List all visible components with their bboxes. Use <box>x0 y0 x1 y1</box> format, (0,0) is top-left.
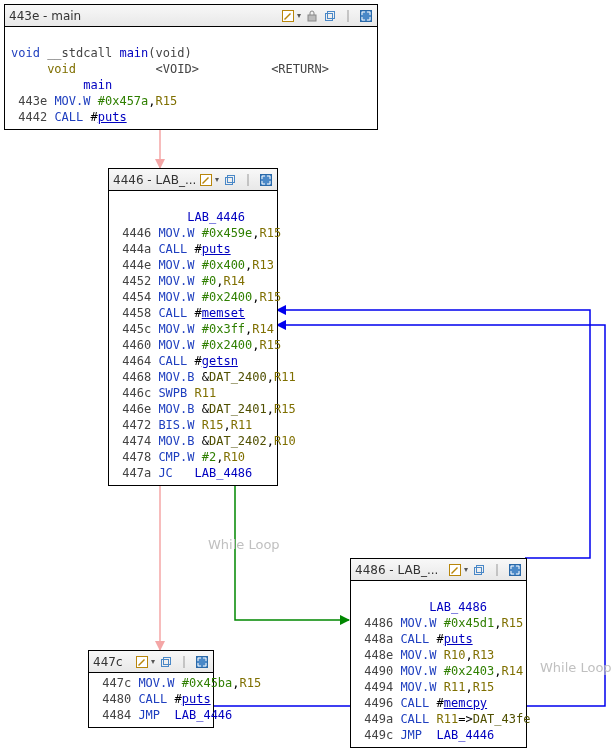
titlebar-icons: ▾ <box>199 173 273 187</box>
divider-icon <box>177 655 191 669</box>
while-loop-label: While Loop <box>208 537 280 552</box>
dropdown-arrow-icon[interactable]: ▾ <box>464 565 468 574</box>
edit-icon[interactable] <box>281 9 295 23</box>
block-titlebar[interactable]: 443e - main ▾ <box>5 5 377 27</box>
lock-icon[interactable] <box>305 9 319 23</box>
dropdown-arrow-icon[interactable]: ▾ <box>297 11 301 20</box>
code-lines-b2: 4446 MOV.W #0x459e,R15 444a CALL #puts 4… <box>115 226 296 480</box>
expand-icon[interactable] <box>259 173 273 187</box>
block-body: LAB_4446 4446 MOV.W #0x459e,R15 444a CAL… <box>109 191 277 485</box>
svg-rect-3 <box>328 11 335 18</box>
dropdown-arrow-icon[interactable]: ▾ <box>151 657 155 666</box>
code-lines-b4: 447c MOV.W #0x45ba,R15 4480 CALL #puts 4… <box>95 676 261 722</box>
svg-rect-12 <box>475 567 482 574</box>
code-lines-b3: 4486 MOV.W #0x45d1,R15 448a CALL #puts 4… <box>357 616 530 742</box>
svg-rect-18 <box>164 657 171 664</box>
while-loop-label: While Loop <box>540 660 612 675</box>
expand-icon[interactable] <box>508 563 522 577</box>
titlebar-icons: ▾ <box>281 9 373 23</box>
restore-icon[interactable] <box>159 655 173 669</box>
divider-icon <box>490 563 504 577</box>
block-447c[interactable]: 447c ▾ 447c MOV.W #0x45ba,R15 4480 CALL … <box>88 650 214 728</box>
block-body: 447c MOV.W #0x45ba,R15 4480 CALL #puts 4… <box>89 673 213 727</box>
restore-icon[interactable] <box>223 173 237 187</box>
restore-icon[interactable] <box>472 563 486 577</box>
block-443e-main[interactable]: 443e - main ▾ void __stdcall main(void) … <box>4 4 378 130</box>
expand-icon[interactable] <box>195 655 209 669</box>
edit-icon[interactable] <box>448 563 462 577</box>
svg-rect-17 <box>162 659 169 666</box>
expand-icon[interactable] <box>359 9 373 23</box>
block-4446[interactable]: 4446 - LAB_... ▾ LAB_4446 4446 MOV.W #0x… <box>108 168 278 486</box>
block-4486[interactable]: 4486 - LAB_... ▾ LAB_4486 4486 MOV.W #0x… <box>350 558 527 748</box>
block-title: 443e - main <box>9 9 81 23</box>
svg-rect-2 <box>326 13 333 20</box>
svg-rect-13 <box>477 565 484 572</box>
dropdown-arrow-icon[interactable]: ▾ <box>215 175 219 184</box>
divider-icon <box>241 173 255 187</box>
svg-rect-7 <box>226 177 233 184</box>
titlebar-icons: ▾ <box>448 563 522 577</box>
block-body: LAB_4486 4486 MOV.W #0x45d1,R15 448a CAL… <box>351 581 526 747</box>
svg-rect-8 <box>228 175 235 182</box>
edit-icon[interactable] <box>135 655 149 669</box>
svg-rect-1 <box>308 15 316 21</box>
divider-icon <box>341 9 355 23</box>
block-titlebar[interactable]: 447c ▾ <box>89 651 213 673</box>
block-titlebar[interactable]: 4486 - LAB_... ▾ <box>351 559 526 581</box>
block-title: 4446 - LAB_... <box>113 173 196 187</box>
code-lines-b1: 443e MOV.W #0x457a,R15 4442 CALL #puts <box>11 94 177 124</box>
edit-icon[interactable] <box>199 173 213 187</box>
titlebar-icons: ▾ <box>135 655 209 669</box>
block-title: 4486 - LAB_... <box>355 563 438 577</box>
block-body: void __stdcall main(void) void <VOID> <R… <box>5 27 377 129</box>
block-title: 447c <box>93 655 123 669</box>
block-titlebar[interactable]: 4446 - LAB_... ▾ <box>109 169 277 191</box>
restore-icon[interactable] <box>323 9 337 23</box>
